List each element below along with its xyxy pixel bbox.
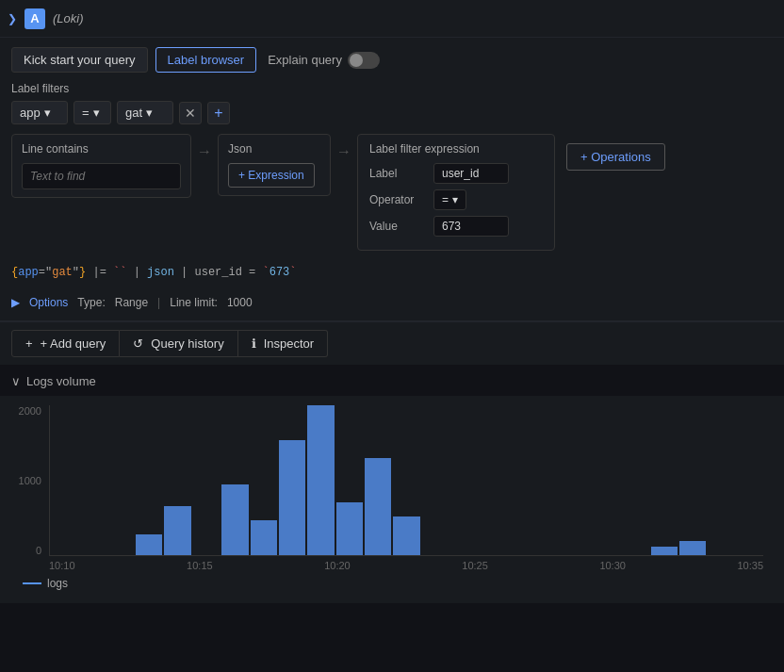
- options-type-value: Range: [115, 296, 148, 309]
- bar: [279, 440, 305, 555]
- y-label-1000: 1000: [19, 475, 41, 486]
- op-chevron-icon: ▾: [93, 106, 100, 120]
- lfe-op-chevron-icon: ▾: [452, 193, 458, 206]
- qs-eq1: =": [39, 266, 52, 279]
- bar: [393, 516, 419, 555]
- plus-icon: +: [25, 336, 33, 351]
- qs-pipe1: |=: [92, 266, 113, 279]
- qs-backtick1: ``: [113, 266, 126, 279]
- label-chevron-icon: ▾: [146, 106, 153, 120]
- logs-volume-section: ∨ Logs volume 2000 1000 0 10:10 10:15 10…: [0, 365, 784, 603]
- label-filters-label: Label filters: [11, 82, 773, 95]
- top-bar: ❯ A (Loki): [0, 0, 784, 38]
- query-string: {app="gat"} |= `` | json | user_id = `67…: [11, 260, 773, 285]
- options-type-label: Type:: [77, 296, 105, 309]
- qs-app-key: app: [18, 266, 39, 279]
- x-label-1020: 10:20: [324, 560, 351, 571]
- brace-close: }: [79, 266, 86, 279]
- add-filter-button[interactable]: +: [207, 102, 230, 124]
- explain-query-switch[interactable]: [348, 52, 380, 69]
- app-value: app: [20, 106, 41, 120]
- add-query-button[interactable]: + + Add query: [11, 330, 120, 357]
- label-value: gat: [125, 106, 142, 120]
- operator-select[interactable]: = ▾: [74, 101, 111, 124]
- datasource-name: (Loki): [53, 11, 84, 25]
- x-label-1010: 10:10: [49, 560, 75, 571]
- lfe-value-field: Value: [369, 220, 426, 233]
- add-expression-button[interactable]: + Expression: [228, 163, 315, 188]
- lfe-label-field: Label: [369, 167, 426, 180]
- bottom-toolbar: + + Add query ↺ Query history ℹ Inspecto…: [0, 321, 784, 365]
- chart-legend: logs: [11, 571, 773, 596]
- y-label-0: 0: [36, 545, 41, 556]
- qs-userid-field: user_id: [194, 266, 241, 279]
- operations-button[interactable]: + Operations: [566, 143, 665, 171]
- bar: [136, 534, 162, 555]
- logs-volume-chevron-icon[interactable]: ∨: [11, 374, 21, 388]
- qs-pipe2: |: [134, 266, 147, 279]
- options-label[interactable]: Options: [29, 296, 68, 309]
- bar: [336, 502, 363, 555]
- lfe-operator-select[interactable]: = ▾: [433, 189, 466, 210]
- qs-app-val: gat: [52, 266, 73, 279]
- app-chevron-icon: ▾: [44, 106, 51, 120]
- chart-container: 2000 1000 0 10:10 10:15 10:20 10:25 10:3…: [0, 396, 784, 603]
- x-label-1015: 10:15: [187, 560, 213, 571]
- pipeline: Line contains → Json + Expression → Labe…: [11, 134, 773, 251]
- inspector-button[interactable]: ℹ Inspector: [238, 330, 328, 357]
- qs-val-tick-close: `: [289, 266, 296, 279]
- query-history-button[interactable]: ↺ Query history: [120, 330, 237, 357]
- plus-icon: +: [214, 105, 222, 122]
- legend-label: logs: [47, 577, 68, 590]
- qs-eq2: ": [73, 266, 79, 279]
- line-contains-title: Line contains: [22, 142, 181, 156]
- lfe-operator-field: Operator: [369, 193, 426, 206]
- y-axis: 2000 1000 0: [11, 405, 45, 556]
- bar: [221, 484, 248, 555]
- datasource-letter: A: [24, 8, 45, 29]
- qs-json-kw: json: [147, 266, 174, 279]
- datasource-chevron-icon[interactable]: ❯: [8, 12, 17, 25]
- explain-query-label: Explain query: [268, 53, 342, 67]
- qs-val-tick-open: `: [263, 266, 270, 279]
- options-line-limit-label: Line limit:: [170, 296, 218, 309]
- x-label-1030: 10:30: [599, 560, 626, 571]
- bar: [307, 405, 334, 555]
- arrow1-icon: →: [191, 143, 218, 160]
- label-browser-button[interactable]: Label browser: [155, 47, 257, 73]
- x-label-1035: 10:35: [737, 560, 763, 571]
- logs-volume-title: Logs volume: [26, 374, 96, 388]
- bar: [164, 506, 190, 555]
- query-area: Kick start your query Label browser Expl…: [0, 38, 784, 321]
- toolbar-row: Kick start your query Label browser Expl…: [11, 47, 773, 73]
- bars-area: [49, 405, 763, 556]
- json-title: Json: [228, 142, 320, 156]
- options-chevron-icon[interactable]: ▶: [11, 296, 20, 309]
- text-to-find-input[interactable]: [22, 163, 181, 189]
- kick-start-button[interactable]: Kick start your query: [11, 47, 148, 73]
- bar: [365, 458, 391, 555]
- app-select[interactable]: app ▾: [11, 101, 68, 124]
- y-label-2000: 2000: [19, 405, 41, 417]
- lfe-operator-row: Operator = ▾: [369, 189, 543, 210]
- close-icon: ✕: [185, 106, 196, 121]
- label-filter-expression-block: Label filter expression Label user_id Op…: [357, 134, 555, 251]
- json-block: Json + Expression: [218, 134, 331, 196]
- filter-row: app ▾ = ▾ gat ▾ ✕ +: [11, 101, 773, 124]
- qs-val-673: 673: [270, 266, 290, 279]
- lfe-label-input[interactable]: user_id: [433, 163, 509, 184]
- explain-query-toggle: Explain query: [268, 52, 380, 69]
- lfe-title: Label filter expression: [369, 142, 543, 156]
- operator-value: =: [82, 106, 90, 120]
- history-icon: ↺: [133, 336, 143, 351]
- label-value-select[interactable]: gat ▾: [117, 101, 173, 124]
- lfe-label-row: Label user_id: [369, 163, 543, 184]
- arrow2-icon: →: [331, 143, 357, 160]
- x-label-1025: 10:25: [462, 560, 488, 571]
- lfe-value-input[interactable]: 673: [433, 216, 509, 237]
- remove-filter-button[interactable]: ✕: [179, 102, 202, 124]
- options-line-limit-value: 1000: [227, 296, 253, 309]
- bar: [651, 547, 678, 555]
- bar: [251, 520, 277, 555]
- legend-line-icon: [23, 582, 41, 584]
